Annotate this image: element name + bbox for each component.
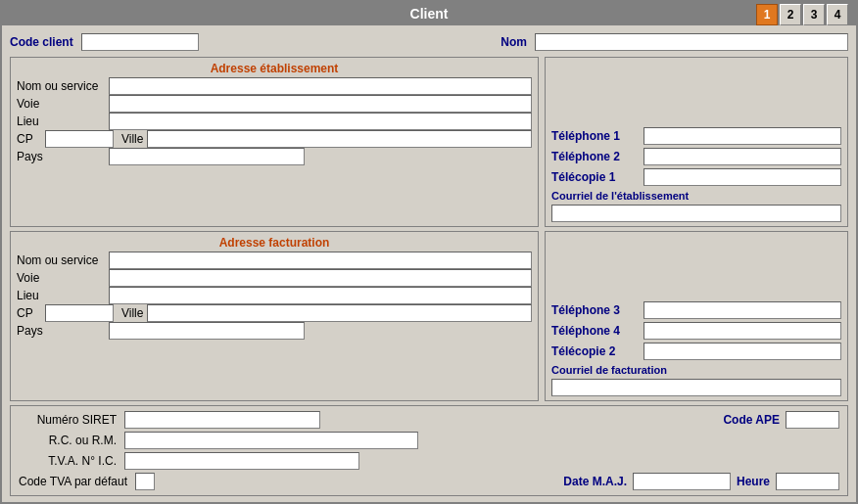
etab-pays-input[interactable] — [109, 148, 305, 165]
tva-label: T.V.A. N° I.C. — [19, 454, 117, 468]
bottom-section: Numéro SIRET Code APE R.C. ou R.M. T.V.A… — [10, 405, 848, 496]
etab-lieu-input[interactable] — [109, 113, 532, 130]
fact-lieu-input[interactable] — [109, 287, 532, 304]
etab-pays-label: Pays — [17, 150, 105, 163]
tel3-input[interactable] — [644, 301, 841, 319]
etab-cp-input[interactable] — [45, 130, 114, 148]
siret-label: Numéro SIRET — [19, 413, 117, 427]
code-client-input[interactable] — [81, 33, 199, 51]
code-ape-label: Code APE — [723, 413, 780, 427]
left-column: Adresse établissement Nom ou service Voi… — [10, 57, 539, 401]
etab-right-panel: Téléphone 1 Téléphone 2 Télécopie 1 Cour… — [545, 57, 848, 227]
tel4-label: Téléphone 4 — [551, 324, 640, 338]
fax2-row: Télécopie 2 — [551, 343, 841, 360]
tel1-row: Téléphone 1 — [551, 127, 841, 145]
tva-row: T.V.A. N° I.C. — [19, 452, 839, 470]
date-maj-label: Date M.A.J. — [563, 475, 627, 488]
fact-voie-row: Voie — [17, 269, 532, 287]
etab-cp-row: CP Ville — [17, 130, 532, 148]
code-tva-input[interactable] — [135, 473, 155, 490]
etab-title: Adresse établissement — [17, 62, 532, 75]
fax2-label: Télécopie 2 — [551, 344, 640, 358]
tel1-input[interactable] — [644, 127, 841, 145]
fact-ville-label: Ville — [121, 306, 143, 320]
fact-nom-row: Nom ou service — [17, 252, 532, 269]
code-tva-label: Code TVA par défaut — [19, 475, 127, 488]
tel4-row: Téléphone 4 — [551, 322, 841, 340]
etab-voie-label: Voie — [17, 97, 105, 111]
fax1-label: Télécopie 1 — [551, 170, 640, 184]
fact-pays-label: Pays — [17, 324, 105, 338]
tel3-row: Téléphone 3 — [551, 301, 841, 319]
fax1-row: Télécopie 1 — [551, 168, 841, 186]
fact-voie-input[interactable] — [109, 269, 532, 287]
tab-2[interactable]: 2 — [780, 4, 801, 25]
tel2-row: Téléphone 2 — [551, 148, 841, 165]
top-row: Code client Nom — [10, 31, 848, 53]
tab-4[interactable]: 4 — [827, 4, 848, 25]
fact-pays-row: Pays — [17, 322, 532, 340]
fact-cp-label: CP — [17, 306, 41, 320]
rc-input[interactable] — [124, 432, 418, 449]
courriel-fact-block: Courriel de facturation — [551, 363, 841, 396]
courriel-fact-input[interactable] — [551, 379, 841, 396]
tva-input[interactable] — [124, 452, 359, 470]
etab-voie-input[interactable] — [109, 95, 532, 113]
date-maj-input[interactable] — [633, 473, 731, 490]
tel2-label: Téléphone 2 — [551, 150, 640, 163]
nom-input[interactable] — [535, 33, 848, 51]
etab-pays-row: Pays — [17, 148, 532, 165]
fact-nom-label: Nom ou service — [17, 253, 105, 267]
etab-section: Adresse établissement Nom ou service Voi… — [10, 57, 539, 227]
etab-ville-label: Ville — [121, 132, 143, 146]
tab-1[interactable]: 1 — [756, 4, 778, 25]
tel2-input[interactable] — [644, 148, 841, 165]
courriel-etab-block: Courriel de l'établissement — [551, 189, 841, 222]
content-area: Code client Nom Adresse établissement No… — [2, 25, 856, 502]
date-heure-block: Date M.A.J. Heure — [563, 473, 839, 490]
etab-cp-label: CP — [17, 132, 41, 146]
etab-lieu-row: Lieu — [17, 113, 532, 130]
etab-nom-label: Nom ou service — [17, 79, 105, 93]
courriel-etab-input[interactable] — [551, 205, 841, 222]
fact-nom-input[interactable] — [109, 252, 532, 269]
courriel-fact-label: Courriel de facturation — [551, 364, 667, 376]
courriel-etab-label: Courriel de l'établissement — [551, 190, 689, 202]
title-bar: Client 1 2 3 4 — [2, 2, 856, 25]
etab-nom-row: Nom ou service — [17, 77, 532, 95]
address-areas: Adresse établissement Nom ou service Voi… — [10, 57, 848, 401]
heure-label: Heure — [737, 475, 770, 488]
tab-group: 1 2 3 4 — [756, 4, 848, 25]
fact-cp-row: CP Ville — [17, 304, 532, 322]
fact-ville-input[interactable] — [147, 304, 532, 322]
main-window: Client 1 2 3 4 Code client Nom Adresse é… — [0, 0, 858, 504]
fact-lieu-label: Lieu — [17, 289, 105, 302]
etab-ville-input[interactable] — [147, 130, 532, 148]
fact-title: Adresse facturation — [17, 236, 532, 250]
window-title: Client — [410, 6, 449, 22]
fact-cp-input[interactable] — [45, 304, 114, 322]
rc-row: R.C. ou R.M. — [19, 432, 839, 449]
tel1-label: Téléphone 1 — [551, 129, 640, 143]
tel3-label: Téléphone 3 — [551, 303, 640, 317]
fact-pays-input[interactable] — [109, 322, 305, 340]
fax2-input[interactable] — [644, 343, 841, 360]
right-column: Téléphone 1 Téléphone 2 Télécopie 1 Cour… — [545, 57, 848, 401]
code-ape-block: Code APE — [723, 411, 839, 429]
nom-label: Nom — [500, 35, 527, 49]
fact-voie-label: Voie — [17, 271, 105, 285]
fact-section: Adresse facturation Nom ou service Voie … — [10, 231, 539, 401]
etab-nom-input[interactable] — [109, 77, 532, 95]
tel4-input[interactable] — [644, 322, 841, 340]
code-client-label: Code client — [10, 35, 73, 49]
fact-lieu-row: Lieu — [17, 287, 532, 304]
siret-input[interactable] — [124, 411, 320, 429]
tab-3[interactable]: 3 — [803, 4, 825, 25]
heure-input[interactable] — [776, 473, 839, 490]
etab-lieu-label: Lieu — [17, 115, 105, 128]
etab-voie-row: Voie — [17, 95, 532, 113]
fax1-input[interactable] — [644, 168, 841, 186]
rc-label: R.C. ou R.M. — [19, 434, 117, 447]
code-ape-input[interactable] — [786, 411, 839, 429]
code-tva-row: Code TVA par défaut Date M.A.J. Heure — [19, 473, 839, 490]
